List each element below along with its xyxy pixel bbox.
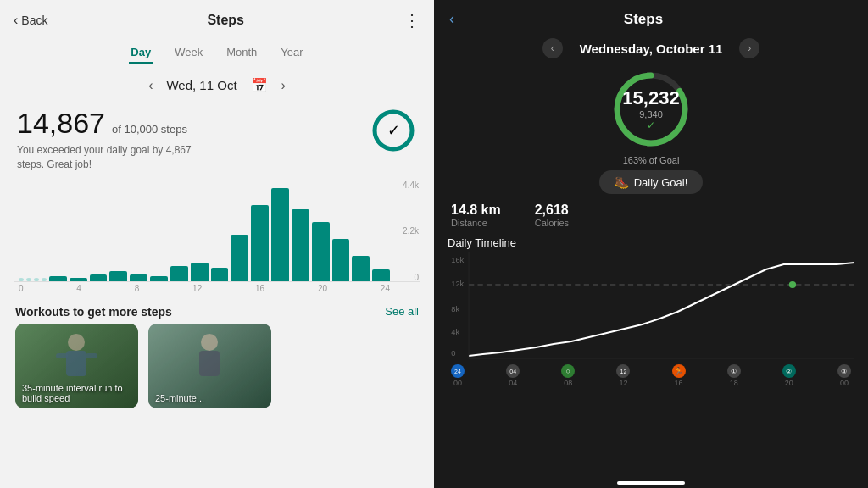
- chart-bar: [211, 268, 229, 281]
- workouts-header: Workouts to get more steps See all: [0, 297, 434, 324]
- right-page-title: Steps: [624, 11, 663, 28]
- timeline-x-label: 08: [564, 379, 572, 387]
- timeline-icon-16: 🏃: [672, 364, 686, 378]
- svg-point-8: [201, 334, 218, 351]
- prev-date-button[interactable]: ‹: [148, 78, 153, 93]
- distance-label: Distance: [451, 218, 501, 228]
- timeline-x-item: 12 12: [616, 364, 630, 387]
- page-title: Steps: [207, 13, 244, 28]
- calories-label: Calories: [535, 218, 569, 228]
- y-label-high: 4.4k: [403, 180, 419, 190]
- chart-section: 4.4k 2.2k 0: [0, 175, 434, 297]
- date-nav: ‹ Wed, 11 Oct 📅 ›: [0, 72, 434, 98]
- chart-area: [14, 180, 420, 282]
- stat-calories: 2,618 Calories: [535, 202, 569, 228]
- right-steps-sub: 9,340: [622, 109, 679, 119]
- timeline-icon-20: ②: [782, 364, 796, 378]
- tab-day[interactable]: Day: [129, 42, 153, 64]
- svg-rect-4: [66, 351, 86, 376]
- timeline-icon-12: 12: [616, 364, 630, 378]
- chart-bar: [251, 205, 269, 281]
- chart-bar: [130, 274, 147, 281]
- back-arrow-icon: ‹: [14, 13, 18, 28]
- see-all-button[interactable]: See all: [385, 305, 419, 318]
- x-label: 20: [318, 284, 327, 293]
- tab-year[interactable]: Year: [279, 42, 304, 64]
- chart-bar: [332, 239, 350, 281]
- x-label: 0: [19, 284, 24, 293]
- daily-goal-label: Daily Goal!: [634, 176, 688, 189]
- right-checkmark-icon: ✓: [622, 119, 679, 131]
- right-ring-section: 15,232 9,340 ✓: [434, 64, 868, 153]
- tab-month[interactable]: Month: [225, 42, 259, 64]
- right-ring-inner: 15,232 9,340 ✓: [622, 87, 679, 131]
- svg-text:12k: 12k: [451, 280, 465, 288]
- chart-bar: [34, 278, 39, 281]
- workout-card-1[interactable]: 35-minute interval run to build speed: [15, 324, 138, 408]
- chart-bar: [271, 188, 289, 281]
- workout-card-label-1: 35-minute interval run to build speed: [22, 383, 131, 403]
- timeline-x-label: 04: [509, 379, 517, 387]
- chart-bar: [352, 256, 370, 281]
- timeline-x-item: ③ 00: [837, 364, 851, 387]
- back-label: Back: [21, 14, 47, 27]
- chart-bar: [231, 235, 248, 281]
- timeline-x-label: 12: [619, 379, 627, 387]
- x-label: 12: [192, 284, 202, 293]
- ring-checkmark-icon: ✓: [387, 121, 400, 140]
- steps-description: You exceeded your daily goal by 4,867 st…: [17, 143, 203, 172]
- svg-text:0: 0: [451, 349, 455, 358]
- svg-rect-9: [199, 351, 220, 376]
- timeline-icon-18: ①: [727, 364, 741, 378]
- timeline-section: Daily Timeline 16k 12k 8k 4k 0: [434, 233, 868, 478]
- steps-main: 14,867 of 10,000 steps You exceeded your…: [17, 107, 370, 172]
- chart-bar: [150, 276, 168, 281]
- workout-card-2[interactable]: 25-minute...: [148, 324, 271, 408]
- timeline-icon-24: 24: [451, 364, 465, 378]
- svg-rect-6: [86, 353, 97, 358]
- timeline-x-item: ② 20: [782, 364, 796, 387]
- chart-bar: [19, 278, 24, 281]
- timeline-x-item: 04 04: [506, 364, 520, 387]
- workout-cards: 35-minute interval run to build speed 25…: [0, 324, 434, 408]
- svg-text:8k: 8k: [451, 305, 459, 313]
- next-date-button[interactable]: ›: [281, 78, 286, 93]
- chart-y-labels: 4.4k 2.2k 0: [403, 180, 419, 282]
- back-button[interactable]: ‹ Back: [14, 13, 47, 28]
- daily-goal-button[interactable]: 🥾 Daily Goal!: [599, 170, 704, 194]
- chart-bar: [191, 263, 209, 281]
- chart-bar: [90, 274, 108, 281]
- chart-x-labels: 0 4 8 12 16 20 24: [14, 282, 420, 293]
- steps-number: 14,867: [17, 107, 105, 140]
- calories-value: 2,618: [535, 202, 569, 218]
- tab-week[interactable]: Week: [173, 42, 204, 64]
- right-prev-date-button[interactable]: ‹: [542, 38, 563, 58]
- more-icon[interactable]: ⋮: [403, 10, 420, 30]
- timeline-icon-00: ③: [837, 364, 851, 378]
- chart-bar: [170, 266, 188, 281]
- svg-text:4k: 4k: [451, 328, 459, 336]
- chart-bar: [26, 278, 31, 281]
- right-next-date-button[interactable]: ›: [739, 38, 760, 58]
- steps-section: 14,867 of 10,000 steps You exceeded your…: [0, 98, 434, 175]
- steps-ring: ✓: [370, 107, 417, 154]
- y-label-low: 0: [403, 273, 419, 282]
- workouts-title: Workouts to get more steps: [15, 305, 172, 319]
- timeline-x-label: 20: [785, 379, 793, 387]
- stats-row: 14.8 km Distance 2,618 Calories: [434, 197, 868, 233]
- timeline-x-item: ○ 08: [561, 364, 575, 387]
- left-header: ‹ Back Steps ⋮: [0, 0, 434, 37]
- right-header: ‹ Steps: [434, 0, 868, 35]
- right-back-button[interactable]: ‹: [449, 10, 454, 28]
- right-date-nav: ‹ Wednesday, October 11 ›: [434, 35, 868, 64]
- bottom-indicator-bar: [617, 481, 685, 485]
- steps-goal: of 10,000 steps: [112, 123, 187, 136]
- distance-value: 14.8 km: [451, 202, 501, 218]
- chart-bar: [372, 269, 390, 281]
- stat-distance: 14.8 km Distance: [451, 202, 501, 228]
- chart-bar: [312, 222, 330, 281]
- svg-point-18: [789, 281, 796, 288]
- left-panel: ‹ Back Steps ⋮ Day Week Month Year ‹ Wed…: [0, 0, 434, 488]
- timeline-x-label: 00: [453, 379, 462, 387]
- calendar-icon[interactable]: 📅: [251, 77, 268, 93]
